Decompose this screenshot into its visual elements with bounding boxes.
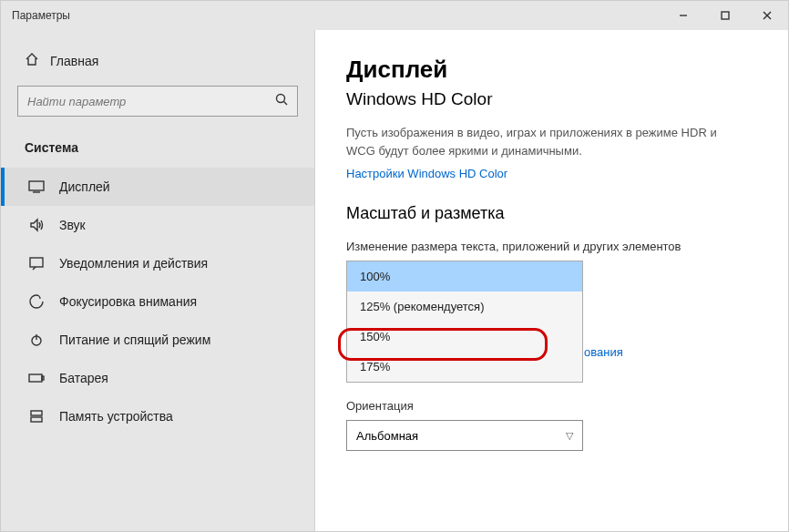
search-icon bbox=[275, 93, 288, 109]
scale-option-125[interactable]: 125% (рекомендуется) bbox=[347, 292, 582, 322]
nav-label: Память устройства bbox=[59, 409, 173, 424]
sidebar: Главная Система Дисплей Звук Уведомления bbox=[1, 30, 315, 531]
home-icon bbox=[25, 52, 39, 69]
sidebar-item-focus[interactable]: Фокусировка внимания bbox=[1, 282, 314, 321]
svg-rect-11 bbox=[29, 374, 42, 382]
hdr-settings-link[interactable]: Настройки Windows HD Color bbox=[346, 167, 507, 180]
chevron-down-icon: ▽ bbox=[566, 430, 573, 442]
scale-option-150[interactable]: 150% bbox=[347, 322, 582, 352]
nav-list: Дисплей Звук Уведомления и действия Фоку… bbox=[1, 168, 314, 435]
svg-point-4 bbox=[277, 95, 285, 103]
home-link[interactable]: Главная bbox=[1, 45, 314, 77]
notifications-icon bbox=[28, 255, 45, 271]
sound-icon bbox=[28, 217, 45, 233]
focus-icon bbox=[28, 293, 45, 310]
nav-label: Звук bbox=[59, 218, 86, 232]
display-icon bbox=[28, 179, 45, 195]
sidebar-item-storage[interactable]: Память устройства bbox=[1, 397, 314, 435]
sidebar-item-display[interactable]: Дисплей bbox=[1, 168, 314, 206]
svg-rect-13 bbox=[31, 411, 42, 415]
advanced-scaling-link-partial[interactable]: ования bbox=[584, 345, 623, 359]
scale-option-175[interactable]: 175% bbox=[347, 352, 582, 382]
sidebar-item-notifications[interactable]: Уведомления и действия bbox=[1, 244, 314, 282]
window-controls bbox=[662, 1, 788, 30]
svg-rect-1 bbox=[722, 12, 729, 19]
settings-window: Параметры Главная Система Дисплей bbox=[0, 0, 789, 532]
section-label: Система bbox=[1, 131, 314, 168]
power-icon bbox=[28, 332, 45, 348]
main-panel: Дисплей Windows HD Color Пусть изображен… bbox=[315, 30, 788, 531]
svg-rect-12 bbox=[42, 376, 44, 380]
minimize-button[interactable] bbox=[662, 1, 704, 30]
battery-icon bbox=[28, 370, 45, 386]
storage-icon bbox=[28, 408, 45, 425]
scale-option-100[interactable]: 100% bbox=[347, 261, 582, 292]
sidebar-item-power[interactable]: Питание и спящий режим bbox=[1, 321, 314, 359]
hdr-subtitle: Windows HD Color bbox=[346, 89, 757, 109]
window-title: Параметры bbox=[12, 9, 70, 22]
scale-dropdown[interactable]: 100% 125% (рекомендуется) 150% 175% bbox=[346, 261, 583, 383]
nav-label: Уведомления и действия bbox=[59, 256, 208, 271]
orientation-select[interactable]: Альбомная ▽ bbox=[346, 420, 583, 451]
orientation-value: Альбомная bbox=[356, 429, 418, 443]
close-button[interactable] bbox=[746, 1, 788, 30]
scale-label: Изменение размера текста, приложений и д… bbox=[346, 240, 757, 253]
sidebar-item-sound[interactable]: Звук bbox=[1, 206, 314, 244]
sidebar-item-battery[interactable]: Батарея bbox=[1, 359, 314, 397]
search-box[interactable] bbox=[17, 86, 298, 117]
nav-label: Фокусировка внимания bbox=[59, 294, 197, 309]
svg-rect-8 bbox=[30, 258, 43, 267]
svg-rect-6 bbox=[29, 181, 44, 190]
titlebar: Параметры bbox=[1, 1, 788, 30]
svg-line-5 bbox=[284, 102, 288, 106]
search-input[interactable] bbox=[27, 95, 261, 108]
orientation-label: Ориентация bbox=[346, 399, 757, 413]
maximize-button[interactable] bbox=[704, 1, 746, 30]
scale-heading: Масштаб и разметка bbox=[346, 204, 757, 223]
nav-label: Дисплей bbox=[59, 179, 110, 194]
home-label: Главная bbox=[50, 54, 98, 68]
svg-rect-14 bbox=[31, 417, 42, 422]
hdr-description: Пусть изображения в видео, играх и прило… bbox=[346, 124, 747, 159]
nav-label: Питание и спящий режим bbox=[59, 332, 210, 347]
page-title: Дисплей bbox=[346, 56, 757, 84]
nav-label: Батарея bbox=[59, 371, 108, 385]
